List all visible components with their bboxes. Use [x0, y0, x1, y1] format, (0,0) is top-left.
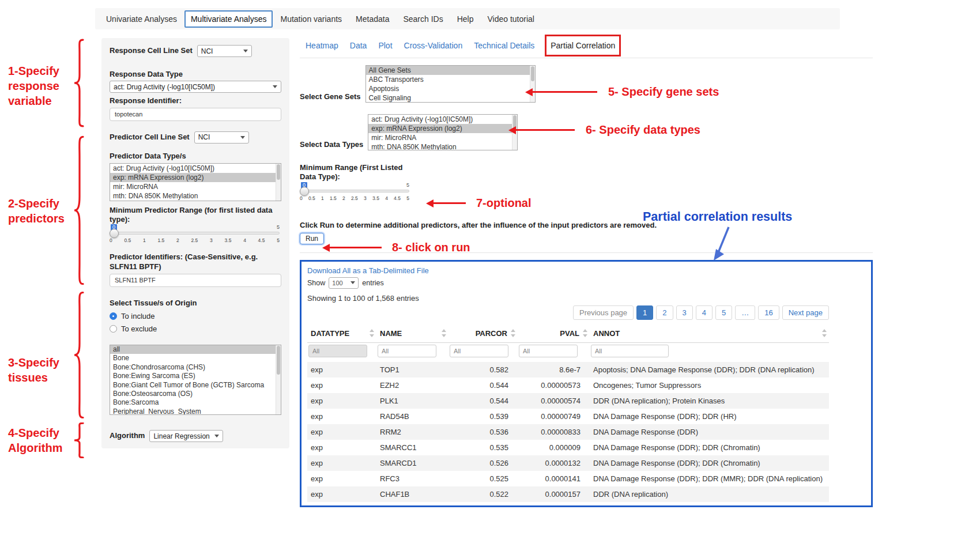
tab-technical-details[interactable]: Technical Details [468, 36, 540, 55]
entries-select[interactable]: 100 [329, 277, 359, 289]
slider-tick-label: 5 [406, 195, 409, 201]
listbox-option[interactable]: act: Drug Activity (-log10[IC50M]) [368, 115, 517, 124]
slider-tick-label: 3 [210, 237, 213, 243]
slider-track[interactable] [110, 232, 280, 235]
pagination-page-button[interactable]: … [735, 305, 755, 320]
predictor-identifiers-input[interactable] [110, 274, 281, 287]
slider-tick-label: 0.5 [308, 195, 315, 201]
cell-pval: 8.6e-7 [518, 362, 590, 378]
listbox-option[interactable]: mth: DNA 850K Methylation [110, 191, 281, 201]
listbox-option[interactable]: exp: mRNA Expression (log2) [110, 173, 281, 182]
predictor-cell-line-set-select[interactable]: NCI [194, 131, 249, 144]
pagination-page-button[interactable]: 2 [656, 305, 673, 320]
response-data-type-select[interactable]: act: Drug Activity (-log10[IC50M]) [110, 81, 281, 93]
scrollbar-thumb[interactable] [531, 66, 534, 81]
listbox-option[interactable]: mir: MicroRNA [368, 133, 517, 142]
cell-annot: DDR (DNA replication); Protein Kinases [590, 393, 829, 409]
gene-sets-listbox[interactable]: All Gene SetsABC TransportersApoptosisCe… [365, 65, 536, 103]
slider-tick-label: 5 [277, 237, 280, 243]
radio-selected-icon[interactable] [110, 312, 117, 320]
nav-item-search-ids[interactable]: Search IDs [397, 10, 449, 28]
pagination-page-button[interactable]: 1 [636, 305, 653, 320]
cell-datatype: exp [307, 424, 376, 440]
listbox-option[interactable]: exp: mRNA Expression (log2) [368, 124, 517, 133]
listbox-option[interactable]: all [110, 345, 281, 354]
tab-cross-validation[interactable]: Cross-Validation [398, 36, 469, 55]
listbox-option[interactable]: act: Drug Activity (-log10[IC50M]) [110, 164, 281, 173]
nav-item-help[interactable]: Help [451, 10, 480, 28]
filter-input-name[interactable] [378, 345, 436, 357]
nav-item-univariate-analyses[interactable]: Univariate Analyses [100, 10, 183, 28]
slider-handle[interactable] [110, 229, 119, 238]
nav-item-mutation-variants[interactable]: Mutation variants [274, 10, 348, 28]
pagination-page-button[interactable]: 4 [696, 305, 713, 320]
listbox-option[interactable]: Cell Signaling [366, 93, 535, 103]
listbox-option[interactable]: Bone:Ewing Sarcoma (ES) [110, 372, 281, 380]
min-predictor-range-slider[interactable]: 0 5 00.511.522.533.544.55 [110, 224, 280, 243]
filter-input-parcor[interactable] [450, 345, 508, 357]
column-header-parcor[interactable]: PARCOR [448, 324, 518, 343]
scrollbar[interactable] [276, 164, 281, 201]
listbox-option[interactable]: Apoptosis [366, 84, 535, 93]
scrollbar-thumb[interactable] [277, 164, 280, 180]
column-header-annot[interactable]: ANNOT [590, 324, 829, 343]
listbox-option[interactable]: Bone:Chondrosarcoma (CHS) [110, 363, 281, 372]
tab-partial-correlation[interactable]: Partial Correlation [545, 35, 621, 56]
sort-icon[interactable] [370, 329, 375, 337]
listbox-option[interactable]: Bone:Giant Cell Tumor of Bone (GCTB) Sar… [110, 381, 281, 390]
nav-item-multivariate-analyses[interactable]: Multivariate Analyses [184, 10, 273, 28]
scrollbar[interactable] [276, 345, 281, 414]
filter-input-datatype[interactable] [308, 345, 367, 357]
listbox-option[interactable]: Bone:Osteosarcoma (OS) [110, 390, 281, 398]
column-header-name[interactable]: NAME [376, 324, 448, 343]
column-header-datatype[interactable]: DATATYPE [307, 324, 376, 343]
response-identifier-input[interactable] [110, 108, 281, 121]
listbox-option[interactable]: mth: DNA 850K Methylation [368, 142, 517, 150]
pagination-page-button[interactable]: 3 [676, 305, 693, 320]
listbox-option[interactable]: ABC Transporters [366, 75, 535, 84]
next-page-button[interactable]: Next page [782, 305, 829, 320]
data-types-listbox[interactable]: act: Drug Activity (-log10[IC50M])exp: m… [368, 114, 518, 150]
tab-heatmap[interactable]: Heatmap [300, 36, 344, 55]
listbox-option[interactable]: All Gene Sets [366, 66, 535, 75]
run-button[interactable]: Run [300, 233, 324, 244]
radio-to-include[interactable]: To include [110, 312, 281, 320]
sort-icon[interactable] [442, 329, 447, 337]
predictor-data-types-listbox[interactable]: act: Drug Activity (-log10[IC50M])exp: m… [110, 163, 281, 201]
cell-annot: DDR (DNA replication) [590, 486, 829, 502]
result-row: expPLK10.5440.00000574DDR (DNA replicati… [307, 393, 829, 409]
algorithm-select[interactable]: Linear Regression [149, 430, 223, 442]
result-row: expCHAF1B0.5220.0000157DDR (DNA replicat… [307, 486, 829, 502]
filter-input-pval[interactable] [519, 345, 578, 357]
tissue-listbox[interactable]: allBoneBone:Chondrosarcoma (CHS)Bone:Ewi… [110, 345, 281, 415]
sort-icon[interactable] [511, 329, 516, 337]
sort-icon[interactable] [822, 329, 827, 337]
tab-plot[interactable]: Plot [372, 36, 398, 55]
tab-data[interactable]: Data [344, 36, 373, 55]
radio-unselected-icon[interactable] [110, 325, 117, 333]
pagination-page-button[interactable]: 5 [715, 305, 732, 320]
filter-input-annot[interactable] [591, 345, 669, 357]
nav-item-video-tutorial[interactable]: Video tutorial [481, 10, 541, 28]
download-link[interactable]: Download All as a Tab-Delimited File [307, 266, 429, 275]
previous-page-button[interactable]: Previous page [573, 305, 634, 320]
scrollbar-thumb[interactable] [277, 346, 280, 375]
listbox-option[interactable]: mir: MicroRNA [110, 182, 281, 191]
slider-handle[interactable] [300, 187, 309, 196]
listbox-option[interactable]: Peripheral_Nervous_System [110, 407, 281, 415]
column-header-pval[interactable]: PVAL [518, 324, 590, 343]
nav-item-metadata[interactable]: Metadata [349, 10, 395, 28]
cell-pval: 0.0000132 [518, 455, 590, 471]
predictor-cell-line-set-value: NCI [198, 133, 210, 141]
slider-ticks: 00.511.522.533.544.55 [110, 237, 280, 243]
slider-track[interactable] [300, 190, 409, 193]
min-range-slider[interactable]: 0 5 00.511.522.533.544.55 [300, 182, 409, 201]
cell-name: RFC3 [376, 471, 448, 486]
sort-icon[interactable] [583, 329, 588, 337]
response-cell-line-set-select[interactable]: NCI [197, 45, 252, 57]
scrollbar[interactable] [530, 66, 535, 102]
pagination-page-button[interactable]: 16 [758, 305, 779, 320]
listbox-option[interactable]: Bone:Sarcoma [110, 398, 281, 407]
radio-to-exclude[interactable]: To exclude [110, 324, 281, 333]
listbox-option[interactable]: Bone [110, 354, 281, 363]
